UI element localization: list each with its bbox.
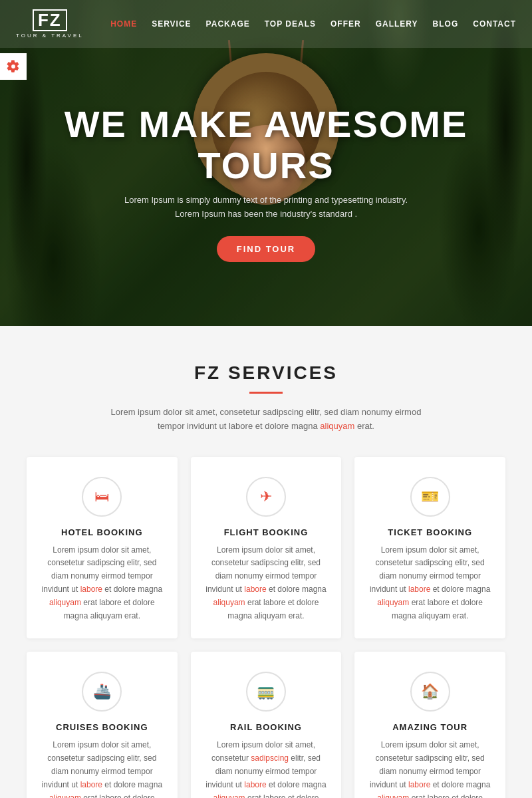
rail-booking-title: RAIL BOOKING bbox=[204, 722, 329, 732]
rail-booking-text: Lorem ipsum dolor sit amet, consetetur s… bbox=[204, 739, 329, 798]
services-desc-link[interactable]: aliquyam bbox=[320, 421, 354, 431]
flight-booking-text: Lorem ipsum dolor sit amet, consetetur s… bbox=[204, 544, 329, 623]
cruises-link2[interactable]: aliquyam bbox=[49, 793, 81, 798]
nav-home[interactable]: HOME bbox=[110, 19, 137, 29]
hero-subtitle: Lorem Ipsum is simply dummy text of the … bbox=[27, 194, 505, 221]
ticket-booking-title: TICKET BOOKING bbox=[368, 527, 492, 537]
nav-contact[interactable]: CONTACT bbox=[473, 19, 516, 29]
service-card-cruises: 🚢 CRUISES BOOKING Lorem ipsum dolor sit … bbox=[27, 652, 178, 798]
rail-icon: 🚃 bbox=[246, 672, 286, 712]
flight-icon: ✈ bbox=[246, 477, 286, 517]
flight-link1[interactable]: labore bbox=[244, 585, 266, 594]
nav-blog[interactable]: BLOG bbox=[433, 19, 459, 29]
hotel-link1[interactable]: labore bbox=[80, 585, 102, 594]
rail-link2[interactable]: aliquyam bbox=[213, 793, 245, 798]
services-description: Lorem ipsum dolor sit amet, consetetur s… bbox=[106, 406, 426, 434]
service-card-tour: 🏠 AMAZING TOUR Lorem ipsum dolor sit ame… bbox=[354, 652, 505, 798]
cruises-link1[interactable]: labore bbox=[80, 780, 102, 789]
rail-link1[interactable]: labore bbox=[244, 780, 266, 789]
hero-title: WE MAKE AWESOME TOURS bbox=[27, 104, 505, 186]
nav-offer[interactable]: OFFER bbox=[331, 19, 361, 29]
services-divider bbox=[249, 392, 283, 394]
tour-link2[interactable]: aliquyam bbox=[377, 793, 409, 798]
logo: FZ TOUR & TRAVEL bbox=[16, 9, 84, 39]
settings-button[interactable] bbox=[0, 53, 27, 80]
cruises-booking-title: CRUISES BOOKING bbox=[40, 722, 164, 732]
hotel-booking-text: Lorem ipsum dolor sit amet, consetetur s… bbox=[40, 544, 164, 623]
service-card-ticket: 🎫 TICKET BOOKING Lorem ipsum dolor sit a… bbox=[354, 457, 505, 639]
services-section: FZ SERVICES Lorem ipsum dolor sit amet, … bbox=[0, 326, 532, 798]
hero-content: WE MAKE AWESOME TOURS Lorem Ipsum is sim… bbox=[0, 104, 532, 262]
service-card-flight: ✈ FLIGHT BOOKING Lorem ipsum dolor sit a… bbox=[191, 457, 342, 639]
service-card-rail: 🚃 RAIL BOOKING Lorem ipsum dolor sit ame… bbox=[191, 652, 342, 798]
ticket-link1[interactable]: labore bbox=[408, 585, 430, 594]
cruises-icon: 🚢 bbox=[82, 672, 122, 712]
ticket-icon: 🎫 bbox=[410, 477, 450, 517]
amazing-tour-title: AMAZING TOUR bbox=[368, 722, 492, 732]
nav-package[interactable]: PACKAGE bbox=[206, 19, 250, 29]
hotel-booking-title: HOTEL BOOKING bbox=[40, 527, 164, 537]
hero-section: WE MAKE AWESOME TOURS Lorem Ipsum is sim… bbox=[0, 0, 532, 326]
hotel-link2[interactable]: aliquyam bbox=[49, 598, 81, 607]
hero-subtitle-line1: Lorem Ipsum is simply dummy text of the … bbox=[124, 195, 408, 205]
logo-fz: FZ bbox=[33, 9, 67, 31]
ticket-link2[interactable]: aliquyam bbox=[377, 598, 409, 607]
nav-topdeals[interactable]: TOP DEALS bbox=[265, 19, 316, 29]
amazing-tour-text: Lorem ipsum dolor sit amet, consetetur s… bbox=[368, 739, 492, 798]
main-nav: HOME SERVICE PACKAGE TOP DEALS OFFER GAL… bbox=[110, 19, 516, 29]
flight-booking-title: FLIGHT BOOKING bbox=[204, 527, 329, 537]
tour-link1[interactable]: labore bbox=[408, 780, 430, 789]
rail-link0[interactable]: sadipscing bbox=[251, 753, 289, 763]
flight-link2[interactable]: aliquyam bbox=[213, 598, 245, 607]
gear-icon bbox=[7, 60, 20, 73]
ticket-booking-text: Lorem ipsum dolor sit amet, consetetur s… bbox=[368, 544, 492, 623]
logo-subtitle: TOUR & TRAVEL bbox=[16, 33, 84, 39]
services-grid: 🛏 HOTEL BOOKING Lorem ipsum dolor sit am… bbox=[27, 457, 505, 798]
find-tour-button[interactable]: FIND TOUR bbox=[217, 236, 316, 262]
tour-icon: 🏠 bbox=[410, 672, 450, 712]
service-card-hotel: 🛏 HOTEL BOOKING Lorem ipsum dolor sit am… bbox=[27, 457, 178, 639]
nav-service[interactable]: SERVICE bbox=[152, 19, 191, 29]
hotel-icon: 🛏 bbox=[82, 477, 122, 517]
main-header: FZ TOUR & TRAVEL HOME SERVICE PACKAGE TO… bbox=[0, 0, 532, 48]
nav-gallery[interactable]: GALLERY bbox=[376, 19, 418, 29]
cruises-booking-text: Lorem ipsum dolor sit amet, consetetur s… bbox=[40, 739, 164, 798]
services-title: FZ SERVICES bbox=[27, 362, 505, 384]
hero-subtitle-line2: Lorem Ipsum has been the industry's stan… bbox=[175, 209, 357, 219]
